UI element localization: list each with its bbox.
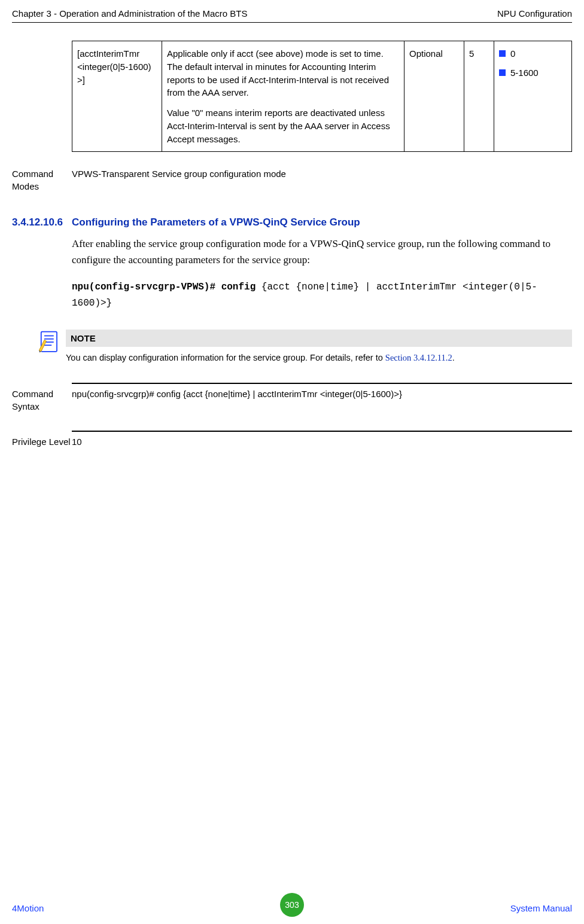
parameter-table: [acctInterimTmr <integer(0|5-1600) >] Ap… bbox=[72, 41, 572, 152]
header-left-text: Chapter 3 - Operation and Administration… bbox=[12, 8, 248, 19]
list-item: 5-1600 bbox=[499, 66, 567, 80]
command-modes-label: Command Modes bbox=[12, 167, 72, 193]
privilege-level-row: Privilege Level 10 bbox=[72, 431, 572, 448]
cell-description: Applicable only if acct (see above) mode… bbox=[162, 41, 404, 152]
command-syntax-value: npu(config-srvcgrp)# config {acct {none|… bbox=[72, 388, 572, 413]
table-row: [acctInterimTmr <integer(0|5-1600) >] Ap… bbox=[72, 41, 572, 152]
privilege-level-value: 10 bbox=[72, 435, 572, 448]
list-item: 0 bbox=[499, 47, 567, 60]
possible-value-1: 5-1600 bbox=[510, 66, 539, 80]
note-text-pre: You can display configuration informatio… bbox=[66, 353, 385, 362]
command-syntax-row: Command Syntax npu(config-srvcgrp)# conf… bbox=[72, 383, 572, 413]
square-bullet-icon bbox=[499, 50, 506, 57]
page-number-badge: 303 bbox=[280, 893, 304, 917]
command-block: npu(config-srvcgrp-VPWS)# config {acct {… bbox=[72, 279, 572, 312]
section-number: 3.4.12.10.6 bbox=[12, 216, 72, 228]
cell-presence: Optional bbox=[404, 41, 464, 152]
command-modes-row: Command Modes VPWS-Transparent Service g… bbox=[72, 164, 572, 193]
command-modes-value: VPWS-Transparent Service group configura… bbox=[72, 167, 572, 193]
cell-possible: 0 5-1600 bbox=[494, 41, 572, 152]
section-heading: 3.4.12.10.6 Configuring the Parameters o… bbox=[72, 216, 572, 228]
note-title: NOTE bbox=[66, 330, 572, 347]
footer-right-text: System Manual bbox=[510, 903, 572, 913]
cell-syntax: [acctInterimTmr <integer(0|5-1600) >] bbox=[72, 41, 162, 152]
header-right-text: NPU Configuration bbox=[497, 8, 572, 19]
square-bullet-icon bbox=[499, 69, 506, 76]
note-box: NOTE You can display configuration infor… bbox=[72, 330, 572, 365]
command-syntax-label: Command Syntax bbox=[12, 388, 72, 413]
section-title: Configuring the Parameters of a VPWS-Qin… bbox=[72, 216, 572, 228]
page-header: Chapter 3 - Operation and Administration… bbox=[0, 0, 584, 22]
description-para-1: Applicable only if acct (see above) mode… bbox=[167, 47, 399, 99]
note-body: You can display configuration informatio… bbox=[66, 347, 572, 365]
header-divider bbox=[12, 22, 572, 23]
section-body: After enabling the service group configu… bbox=[72, 236, 572, 268]
command-bold: npu(config-srvcgrp-VPWS)# config bbox=[72, 282, 256, 292]
description-para-2: Value "0" means interim reports are deac… bbox=[167, 106, 399, 145]
privilege-level-label: Privilege Level bbox=[12, 435, 72, 448]
possible-value-0: 0 bbox=[510, 47, 515, 60]
note-text-post: . bbox=[452, 353, 455, 362]
footer-left-text: 4Motion bbox=[12, 903, 44, 913]
cell-default: 5 bbox=[464, 41, 494, 152]
note-section-link[interactable]: Section 3.4.12.11.2 bbox=[385, 353, 452, 362]
note-icon bbox=[36, 330, 66, 365]
